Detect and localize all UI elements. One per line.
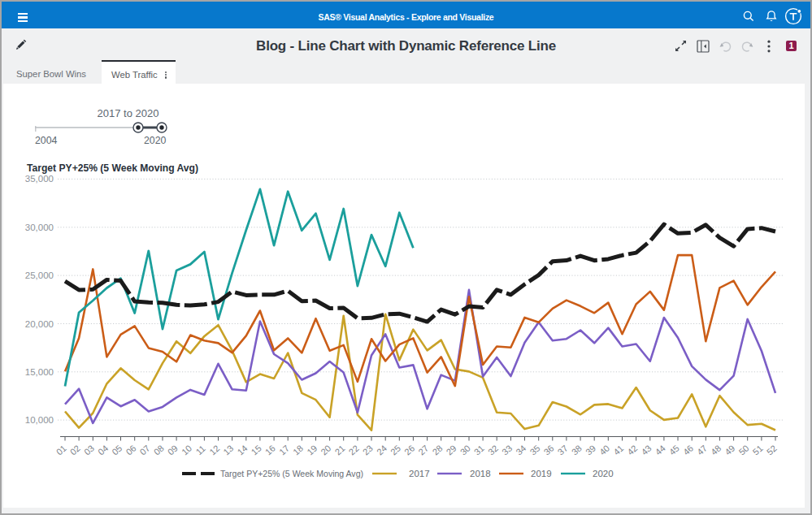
svg-text:07: 07	[138, 443, 152, 457]
svg-text:2017: 2017	[409, 469, 430, 478]
svg-text:10: 10	[180, 443, 193, 457]
svg-text:21: 21	[332, 443, 346, 457]
svg-text:44: 44	[654, 443, 667, 457]
svg-text:25,000: 25,000	[25, 270, 54, 280]
svg-text:28: 28	[430, 443, 444, 457]
svg-text:37: 37	[556, 443, 570, 457]
svg-text:19: 19	[305, 443, 319, 457]
svg-text:14: 14	[236, 443, 250, 457]
svg-text:33: 33	[500, 443, 514, 457]
svg-text:15: 15	[250, 443, 263, 457]
svg-text:30: 30	[458, 443, 472, 457]
svg-text:2019: 2019	[531, 469, 552, 478]
svg-text:Target PY+25% (5 Week Moving A: Target PY+25% (5 Week Moving Avg)	[220, 469, 363, 478]
svg-text:24: 24	[375, 443, 389, 457]
svg-text:12: 12	[207, 443, 221, 457]
svg-text:52: 52	[765, 443, 779, 457]
svg-text:08: 08	[152, 443, 166, 457]
svg-text:26: 26	[402, 443, 416, 457]
svg-text:42: 42	[625, 443, 639, 457]
svg-text:47: 47	[695, 443, 709, 457]
svg-text:2020: 2020	[593, 469, 614, 478]
svg-text:09: 09	[166, 443, 180, 457]
svg-text:17: 17	[277, 443, 291, 457]
svg-text:04: 04	[96, 443, 110, 457]
svg-text:40: 40	[597, 443, 611, 457]
svg-text:38: 38	[570, 443, 584, 457]
svg-text:15,000: 15,000	[25, 367, 54, 377]
svg-text:29: 29	[445, 443, 458, 457]
svg-text:2018: 2018	[470, 469, 491, 478]
svg-text:51: 51	[751, 443, 765, 457]
svg-text:22: 22	[347, 443, 361, 457]
svg-text:46: 46	[681, 443, 695, 457]
svg-text:49: 49	[723, 443, 736, 457]
svg-text:30,000: 30,000	[25, 223, 54, 232]
svg-text:43: 43	[640, 443, 654, 457]
svg-text:05: 05	[110, 443, 124, 457]
svg-text:25: 25	[389, 443, 402, 457]
svg-text:48: 48	[709, 443, 723, 457]
svg-text:10,000: 10,000	[25, 415, 54, 425]
svg-text:13: 13	[221, 443, 235, 457]
svg-text:06: 06	[124, 443, 137, 457]
svg-text:31: 31	[472, 443, 486, 457]
svg-text:50: 50	[736, 443, 750, 457]
svg-text:45: 45	[667, 443, 681, 457]
svg-text:34: 34	[514, 443, 528, 457]
svg-text:39: 39	[584, 443, 597, 457]
svg-text:35: 35	[528, 443, 541, 457]
svg-text:18: 18	[291, 443, 305, 457]
svg-text:16: 16	[263, 443, 277, 457]
svg-text:35,000: 35,000	[25, 174, 54, 184]
svg-text:36: 36	[542, 443, 556, 457]
svg-text:02: 02	[68, 443, 82, 457]
svg-text:01: 01	[54, 443, 68, 457]
svg-text:20,000: 20,000	[25, 319, 54, 329]
svg-text:03: 03	[82, 443, 96, 457]
svg-text:11: 11	[193, 444, 207, 457]
svg-text:27: 27	[416, 443, 430, 457]
svg-text:23: 23	[361, 443, 375, 457]
svg-text:Target PY+25% (5 Week Moving A: Target PY+25% (5 Week Moving Avg)	[27, 162, 198, 174]
svg-text:32: 32	[486, 443, 500, 457]
svg-text:20: 20	[319, 443, 332, 457]
svg-text:41: 41	[611, 443, 625, 457]
